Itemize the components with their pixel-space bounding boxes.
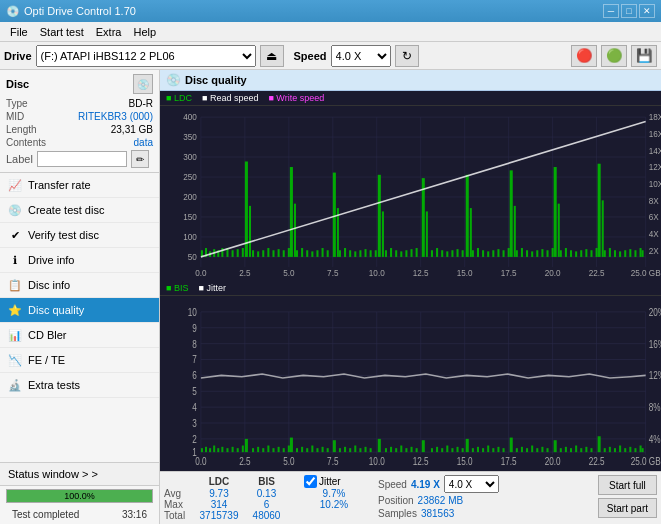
max-row: Max 314 6 10.2% xyxy=(164,499,364,510)
svg-text:10: 10 xyxy=(188,306,197,318)
disc-icon-btn[interactable]: 💿 xyxy=(133,74,153,94)
fe-te-icon: 📉 xyxy=(8,353,22,367)
svg-rect-81 xyxy=(349,250,351,257)
svg-rect-265 xyxy=(575,446,577,453)
label-input[interactable] xyxy=(37,151,127,167)
menu-start-test[interactable]: Start test xyxy=(34,24,90,40)
svg-rect-108 xyxy=(477,248,479,257)
svg-text:14X: 14X xyxy=(649,145,661,155)
svg-rect-129 xyxy=(570,250,572,257)
drive-select[interactable]: (F:) ATAPI iHBS112 2 PL06 xyxy=(36,45,256,67)
svg-rect-245 xyxy=(466,439,469,452)
progress-bar: 100.0% xyxy=(7,490,152,502)
nav-create-test-disc[interactable]: 💿 Create test disc xyxy=(0,198,159,223)
svg-text:7.5: 7.5 xyxy=(327,267,339,277)
nav-drive-info[interactable]: ℹ Drive info xyxy=(0,248,159,273)
svg-rect-275 xyxy=(629,447,631,452)
jitter-checkbox[interactable] xyxy=(304,475,317,488)
svg-text:4X: 4X xyxy=(649,229,659,239)
svg-rect-218 xyxy=(316,448,318,452)
toolbar-btn-3[interactable]: 💾 xyxy=(631,45,657,67)
nav-disc-info[interactable]: 📋 Disc info xyxy=(0,273,159,298)
svg-text:22.5: 22.5 xyxy=(589,267,605,277)
svg-text:9: 9 xyxy=(192,322,197,334)
jitter-checkbox-label[interactable]: Jitter xyxy=(304,475,364,488)
svg-rect-267 xyxy=(585,447,587,452)
nav-fe-te[interactable]: 📉 FE / TE xyxy=(0,348,159,373)
svg-text:5.0: 5.0 xyxy=(283,455,294,467)
ldc-chart: ■ LDC ■ Read speed ■ Write speed xyxy=(160,91,661,281)
maximize-button[interactable]: □ xyxy=(621,4,637,18)
svg-rect-118 xyxy=(521,248,523,257)
svg-rect-225 xyxy=(354,446,356,453)
drive-info-icon: ℹ xyxy=(8,253,22,267)
title-bar: 💿 Opti Drive Control 1.70 ─ □ ✕ xyxy=(0,0,661,22)
start-full-button[interactable]: Start full xyxy=(598,475,657,495)
avg-row: Avg 9.73 0.13 9.7% xyxy=(164,488,364,499)
svg-rect-223 xyxy=(344,447,346,452)
svg-text:8%: 8% xyxy=(649,401,661,413)
menu-file[interactable]: File xyxy=(4,24,34,40)
refresh-button[interactable]: ↻ xyxy=(395,45,419,67)
svg-rect-194 xyxy=(201,448,203,452)
svg-rect-91 xyxy=(395,250,397,257)
svg-rect-87 xyxy=(382,211,384,256)
disc-title: Disc xyxy=(6,78,29,90)
nav-cd-bler[interactable]: 📊 CD Bler xyxy=(0,323,159,348)
svg-text:25.0 GB: 25.0 GB xyxy=(631,267,661,277)
disc-info-icon: 📋 xyxy=(8,278,22,292)
svg-rect-197 xyxy=(213,446,215,453)
close-button[interactable]: ✕ xyxy=(639,4,655,18)
svg-rect-270 xyxy=(604,448,606,452)
svg-rect-62 xyxy=(252,250,254,257)
svg-rect-115 xyxy=(510,170,513,257)
nav-transfer-rate[interactable]: 📈 Transfer rate xyxy=(0,173,159,198)
svg-rect-276 xyxy=(634,448,636,452)
svg-text:50: 50 xyxy=(188,252,197,262)
nav-extra-tests[interactable]: 🔬 Extra tests xyxy=(0,373,159,398)
svg-rect-259 xyxy=(541,447,543,452)
title-bar-left: 💿 Opti Drive Control 1.70 xyxy=(6,5,136,18)
nav-drive-info-label: Drive info xyxy=(28,254,74,266)
avg-label: Avg xyxy=(164,488,194,499)
stats-area: LDC BIS Jitter xyxy=(160,471,661,524)
start-part-button[interactable]: Start part xyxy=(598,498,657,518)
label-label: Label xyxy=(6,153,33,165)
svg-rect-75 xyxy=(311,251,313,257)
minimize-button[interactable]: ─ xyxy=(603,4,619,18)
menu-extra[interactable]: Extra xyxy=(90,24,128,40)
svg-rect-201 xyxy=(226,448,228,452)
svg-rect-132 xyxy=(585,249,587,257)
svg-rect-146 xyxy=(160,296,661,468)
svg-rect-277 xyxy=(640,446,642,453)
eject-button[interactable]: ⏏ xyxy=(260,45,284,67)
toolbar-btn-1[interactable]: 🔴 xyxy=(571,45,597,67)
svg-rect-246 xyxy=(472,448,474,452)
samples-row: Samples 381563 xyxy=(378,508,499,519)
svg-rect-66 xyxy=(272,250,274,257)
nav-disc-quality[interactable]: ⭐ Disc quality xyxy=(0,298,159,323)
svg-rect-257 xyxy=(531,446,533,453)
nav-verify-test-disc[interactable]: ✔ Verify test disc xyxy=(0,223,159,248)
svg-rect-84 xyxy=(364,249,366,257)
sidebar: Disc 💿 Type BD-R MID RITEKBR3 (000) Leng… xyxy=(0,70,160,524)
status-window-button[interactable]: Status window > > xyxy=(0,463,159,486)
svg-rect-137 xyxy=(604,250,606,257)
menu-help[interactable]: Help xyxy=(127,24,162,40)
label-edit-button[interactable]: ✏ xyxy=(131,150,149,168)
svg-rect-253 xyxy=(510,438,513,453)
svg-rect-67 xyxy=(278,249,280,257)
svg-rect-92 xyxy=(400,251,402,257)
nav-disc-quality-label: Disc quality xyxy=(28,304,84,316)
svg-rect-198 xyxy=(217,448,219,452)
svg-rect-210 xyxy=(272,448,274,452)
disc-length-row: Length 23,31 GB xyxy=(6,124,153,135)
samples-value: 381563 xyxy=(421,508,454,519)
toolbar-btn-2[interactable]: 🟢 xyxy=(601,45,627,67)
mid-label: MID xyxy=(6,111,24,122)
verify-disc-icon: ✔ xyxy=(8,228,22,242)
svg-rect-89 xyxy=(385,250,387,257)
speed-select-stats[interactable]: 4.0 X xyxy=(444,475,499,493)
speed-select[interactable]: 4.0 X xyxy=(331,45,391,67)
svg-rect-227 xyxy=(364,447,366,452)
